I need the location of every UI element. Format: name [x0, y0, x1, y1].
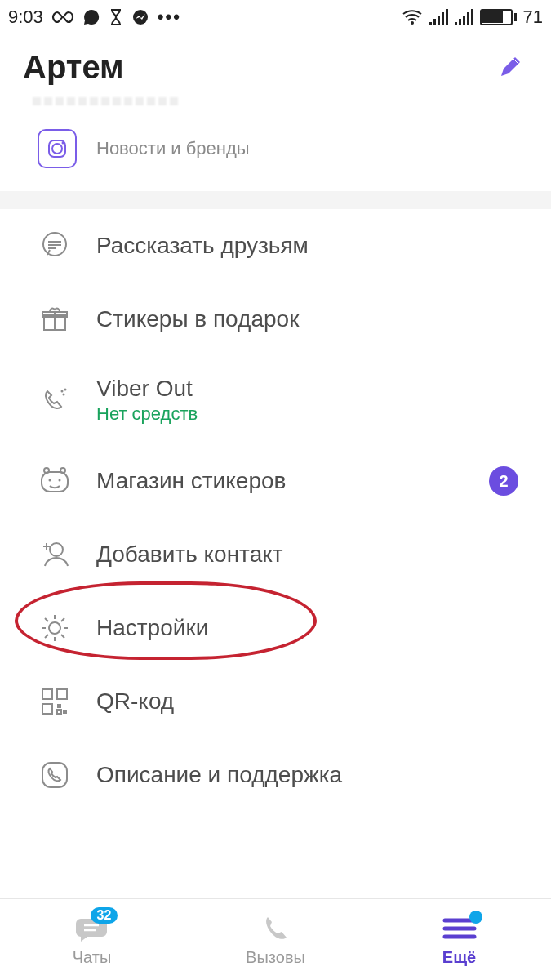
news-icon	[38, 129, 77, 168]
signal-icon-1	[429, 9, 448, 25]
redacted-subtitle	[33, 92, 528, 109]
svg-point-12	[44, 468, 49, 473]
news-row[interactable]: Новости и бренды	[0, 129, 551, 183]
status-time: 9:03	[8, 7, 43, 28]
news-subtitle: Новости и бренды	[96, 138, 250, 159]
wifi-icon	[402, 9, 423, 25]
edit-button[interactable]	[492, 49, 528, 85]
nav-chats[interactable]: 32 Чаты	[0, 899, 184, 980]
nav-calls[interactable]: Вызовы	[184, 899, 367, 980]
svg-point-1	[411, 21, 414, 24]
svg-rect-18	[42, 689, 52, 699]
item-label: QR-код	[96, 688, 174, 715]
svg-point-9	[64, 389, 67, 391]
svg-point-4	[62, 142, 64, 145]
nav-label: Ещё	[442, 948, 476, 967]
settings-item[interactable]: Настройки	[0, 591, 551, 665]
nav-label: Чаты	[73, 948, 112, 967]
svg-rect-24	[42, 763, 67, 787]
menu-list: Рассказать друзьям Стикеры в подарок Vib…	[0, 209, 551, 812]
nav-more[interactable]: Ещё	[367, 899, 551, 980]
page-title: Артем	[23, 49, 124, 86]
svg-rect-20	[42, 704, 52, 714]
item-label: Стикеры в подарок	[96, 306, 299, 332]
add-contact-icon	[38, 537, 72, 572]
qr-icon	[38, 684, 72, 719]
svg-point-17	[49, 622, 60, 634]
bottom-nav: 32 Чаты Вызовы Ещё	[0, 898, 551, 980]
svg-point-15	[59, 479, 61, 482]
item-label: Магазин стикеров	[96, 468, 286, 494]
support-item[interactable]: Описание и поддержка	[0, 738, 551, 812]
svg-point-10	[63, 394, 65, 396]
svg-rect-19	[57, 689, 67, 699]
gift-icon	[38, 302, 72, 336]
item-sub: Нет средств	[96, 403, 198, 425]
phone-out-icon	[38, 383, 72, 417]
gear-icon	[38, 611, 72, 645]
signal-icon-2	[455, 9, 473, 25]
more-icon	[440, 912, 479, 945]
svg-rect-11	[42, 472, 68, 492]
svg-rect-23	[57, 710, 61, 714]
chat-bubble-icon	[82, 8, 100, 26]
chats-icon: 32	[73, 912, 112, 945]
qr-code-item[interactable]: QR-код	[0, 665, 551, 738]
hourglass-icon	[109, 8, 123, 26]
svg-point-13	[60, 468, 65, 473]
add-contact-item[interactable]: Добавить контакт	[0, 518, 551, 591]
more-dots-icon: •••	[158, 7, 181, 28]
viber-phone-icon	[38, 758, 72, 792]
svg-point-16	[50, 543, 63, 556]
gift-stickers-item[interactable]: Стикеры в подарок	[0, 283, 551, 356]
messenger-icon	[131, 8, 149, 26]
battery-icon	[480, 9, 517, 25]
item-label: Настройки	[96, 615, 208, 641]
badge: 2	[489, 466, 518, 496]
notification-dot	[469, 911, 482, 924]
sticker-face-icon	[38, 464, 72, 498]
tell-friends-item[interactable]: Рассказать друзьям	[0, 209, 551, 283]
nav-label: Вызовы	[246, 948, 305, 967]
item-label: Рассказать друзьям	[96, 233, 309, 259]
calls-icon	[256, 912, 295, 945]
header: Артем	[0, 34, 551, 92]
svg-rect-22	[63, 710, 67, 714]
status-bar: 9:03 ••• 71	[0, 0, 551, 34]
svg-point-8	[61, 390, 64, 393]
section-gap	[0, 191, 551, 209]
svg-point-3	[52, 144, 62, 154]
viber-out-item[interactable]: Viber Out Нет средств	[0, 356, 551, 444]
chats-badge: 32	[91, 907, 118, 924]
item-label: Описание и поддержка	[96, 762, 342, 788]
svg-point-14	[49, 479, 51, 482]
infinity-icon	[51, 10, 74, 24]
item-label: Viber Out	[96, 376, 198, 402]
svg-rect-21	[57, 704, 61, 708]
sticker-market-item[interactable]: Магазин стикеров 2	[0, 444, 551, 518]
speech-bubble-icon	[38, 229, 72, 263]
battery-level: 71	[523, 7, 543, 28]
item-label: Добавить контакт	[96, 541, 283, 568]
pencil-icon	[496, 53, 524, 81]
